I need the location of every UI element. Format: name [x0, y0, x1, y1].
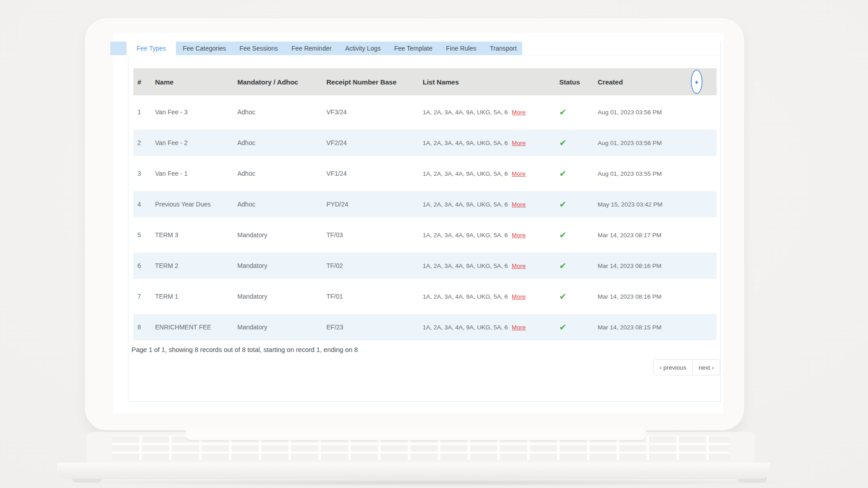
cell-created: Aug 01, 2023 03:55 PM: [598, 170, 687, 177]
tab-label: Fee Categories: [183, 45, 226, 52]
table-body: 1 Van Fee - 3 Adhoc VF3/24 1A, 2A, 3A, 4…: [133, 97, 717, 343]
cell-mandatory-adhoc: Adhoc: [237, 201, 326, 208]
cell-index: 8: [137, 324, 155, 331]
tab-label: Activity Logs: [345, 45, 381, 52]
plus-icon: +: [695, 79, 699, 85]
tab-activity-logs[interactable]: Activity Logs: [338, 42, 387, 55]
cell-mandatory-adhoc: Mandatory: [237, 324, 326, 331]
cell-list-names: 1A, 2A, 3A, 4A, 9A, UKG, 5A, 6 More: [423, 293, 559, 300]
tab-label: Fee Reminder: [292, 45, 332, 52]
tab-label: Fee Sessions: [240, 45, 278, 52]
column-header-index: #: [137, 78, 155, 86]
column-header-mandatory-adhoc: Mandatory / Adhoc: [237, 78, 326, 86]
table-row: 6 TERM 2 Mandatory TF/02 1A, 2A, 3A, 4A,…: [133, 250, 717, 281]
table-row: 8 ENRICHMENT FEE Mandatory EF/23 1A, 2A,…: [133, 312, 717, 343]
cell-index: 4: [137, 201, 155, 208]
list-names-text: 1A, 2A, 3A, 4A, 9A, UKG, 5A, 6: [423, 109, 509, 116]
tab-label: Fee Template: [394, 45, 433, 52]
tab-fee-types[interactable]: Fee Types: [127, 42, 176, 55]
cell-created: Aug 01, 2023 03:56 PM: [598, 109, 687, 116]
add-fee-type-button[interactable]: +: [691, 70, 703, 94]
cell-list-names: 1A, 2A, 3A, 4A, 9A, UKG, 5A, 6 More: [423, 170, 559, 177]
cell-receipt-number-base: VF3/24: [326, 108, 423, 116]
cell-list-names: 1A, 2A, 3A, 4A, 9A, UKG, 5A, 6 More: [423, 140, 559, 146]
column-header-receipt-number-base: Receipt Number Base: [326, 78, 423, 86]
cell-index: 1: [137, 108, 155, 116]
cell-receipt-number-base: VF1/24: [326, 170, 423, 177]
laptop-shadow: [77, 479, 791, 486]
list-names-text: 1A, 2A, 3A, 4A, 9A, UKG, 5A, 6: [423, 170, 509, 177]
tab-label: Fine Rules: [446, 45, 476, 52]
table-row: 5 TERM 3 Mandatory TF/03 1A, 2A, 3A, 4A,…: [133, 220, 717, 250]
tab-fine-rules[interactable]: Fine Rules: [439, 42, 483, 55]
cell-created: Mar 14, 2023 08:17 PM: [598, 232, 687, 239]
cell-created: Mar 14, 2023 08:16 PM: [598, 293, 687, 300]
tab-label: Fee Types: [137, 45, 166, 52]
column-header-status: Status: [559, 78, 598, 86]
cell-index: 6: [137, 262, 155, 269]
more-link[interactable]: More: [512, 232, 526, 239]
more-link[interactable]: More: [512, 140, 526, 146]
next-page-button[interactable]: next ›: [693, 359, 720, 375]
cell-name: Previous Year Dues: [155, 201, 237, 208]
cell-name: Van Fee - 3: [155, 108, 237, 116]
table-row: 7 TERM 1 Mandatory TF/01 1A, 2A, 3A, 4A,…: [133, 281, 717, 312]
tab-transport[interactable]: Transport: [483, 42, 523, 55]
laptop-base: [57, 463, 770, 479]
more-link[interactable]: More: [512, 324, 526, 331]
cell-mandatory-adhoc: Adhoc: [237, 139, 326, 146]
cell-name: TERM 3: [155, 231, 237, 239]
cell-name: Van Fee - 1: [155, 170, 237, 177]
cell-index: 5: [137, 231, 155, 239]
cell-index: 2: [137, 139, 155, 146]
cell-index: 7: [137, 293, 155, 300]
cell-name: TERM 1: [155, 293, 237, 300]
tab-label: Transport: [490, 45, 516, 52]
cell-created: Mar 14, 2023 08:15 PM: [598, 324, 687, 331]
more-link[interactable]: More: [512, 109, 526, 116]
cell-created: May 15, 2023 03:42 PM: [598, 201, 687, 208]
table-row: 2 Van Fee - 2 Adhoc VF2/24 1A, 2A, 3A, 4…: [133, 127, 717, 158]
more-link[interactable]: More: [512, 170, 526, 177]
cell-created: Aug 01, 2023 03:56 PM: [598, 140, 687, 146]
more-link[interactable]: More: [512, 201, 526, 208]
cell-list-names: 1A, 2A, 3A, 4A, 9A, UKG, 5A, 6 More: [423, 201, 559, 208]
cell-receipt-number-base: EF/23: [326, 324, 423, 331]
status-check-icon: ✔: [559, 262, 598, 270]
list-names-text: 1A, 2A, 3A, 4A, 9A, UKG, 5A, 6: [423, 263, 509, 269]
more-link[interactable]: More: [512, 293, 526, 300]
cell-mandatory-adhoc: Adhoc: [237, 108, 326, 116]
cell-mandatory-adhoc: Adhoc: [237, 170, 326, 177]
cell-mandatory-adhoc: Mandatory: [237, 262, 326, 269]
table-header: # Name Mandatory / Adhoc Receipt Number …: [133, 68, 717, 95]
cell-receipt-number-base: TF/02: [326, 262, 423, 269]
tab-fee-sessions[interactable]: Fee Sessions: [233, 42, 285, 55]
table-row: 4 Previous Year Dues Adhoc PYD/24 1A, 2A…: [133, 189, 717, 220]
column-header-list-names: List Names: [423, 78, 559, 86]
tab-fee-categories[interactable]: Fee Categories: [176, 42, 233, 55]
cell-name: Van Fee - 2: [155, 139, 237, 146]
status-check-icon: ✔: [559, 231, 598, 239]
cell-list-names: 1A, 2A, 3A, 4A, 9A, UKG, 5A, 6 More: [423, 324, 559, 331]
page-background: Fee Types Fee Categories Fee Sessions Fe…: [0, 0, 868, 488]
list-names-text: 1A, 2A, 3A, 4A, 9A, UKG, 5A, 6: [423, 201, 509, 208]
column-header-created: Created: [598, 78, 687, 86]
tab-bar: Fee Types Fee Categories Fee Sessions Fe…: [110, 42, 522, 55]
status-check-icon: ✔: [559, 292, 598, 301]
previous-page-button[interactable]: ‹ previous: [653, 359, 693, 375]
more-link[interactable]: More: [512, 263, 526, 269]
cell-list-names: 1A, 2A, 3A, 4A, 9A, UKG, 5A, 6 More: [423, 109, 559, 116]
cell-index: 3: [137, 170, 155, 177]
pagination: ‹ previous next ›: [653, 359, 720, 375]
tab-fee-template[interactable]: Fee Template: [387, 42, 439, 55]
tab-fee-reminder[interactable]: Fee Reminder: [285, 42, 339, 55]
status-check-icon: ✔: [559, 323, 598, 332]
status-check-icon: ✔: [559, 169, 598, 178]
list-names-text: 1A, 2A, 3A, 4A, 9A, UKG, 5A, 6: [423, 293, 509, 300]
status-check-icon: ✔: [559, 139, 598, 147]
status-check-icon: ✔: [559, 108, 598, 117]
table-row: 1 Van Fee - 3 Adhoc VF3/24 1A, 2A, 3A, 4…: [133, 97, 717, 127]
list-names-text: 1A, 2A, 3A, 4A, 9A, UKG, 5A, 6: [423, 324, 509, 331]
list-names-text: 1A, 2A, 3A, 4A, 9A, UKG, 5A, 6: [423, 140, 509, 146]
cell-receipt-number-base: TF/03: [326, 231, 423, 239]
